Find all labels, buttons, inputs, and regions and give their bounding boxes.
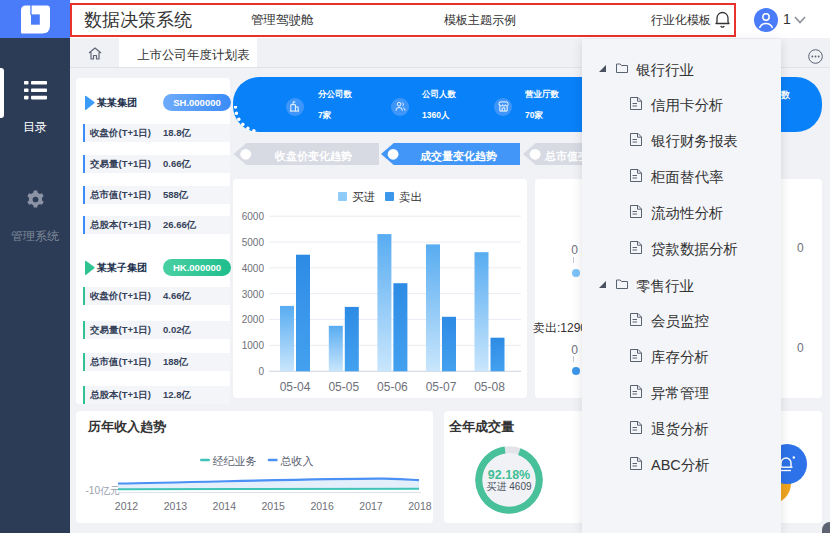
svg-text:05-06: 05-06: [377, 380, 408, 394]
svg-text:05-04: 05-04: [280, 380, 311, 394]
svg-text:-10亿元: -10亿元: [86, 485, 120, 496]
svg-text:05-08: 05-08: [474, 380, 505, 394]
svg-text:经纪业务: 经纪业务: [213, 455, 257, 467]
svg-text:05-07: 05-07: [426, 380, 457, 394]
svg-text:0: 0: [258, 366, 264, 377]
svg-text:2018: 2018: [408, 500, 432, 512]
svg-text:2015: 2015: [262, 500, 286, 512]
svg-text:2014: 2014: [213, 500, 237, 512]
svg-text:4000: 4000: [242, 263, 265, 274]
svg-text:5000: 5000: [242, 237, 265, 248]
svg-text:2017: 2017: [359, 500, 383, 512]
svg-text:1000: 1000: [242, 340, 265, 351]
svg-text:3000: 3000: [242, 289, 265, 300]
svg-text:05-05: 05-05: [328, 380, 359, 394]
svg-text:总收入: 总收入: [280, 455, 314, 467]
svg-text:2016: 2016: [310, 500, 334, 512]
svg-text:买进: 买进: [352, 191, 375, 203]
svg-text:买进 4609: 买进 4609: [486, 481, 531, 492]
svg-text:2012: 2012: [115, 500, 139, 512]
svg-text:卖出: 卖出: [399, 191, 422, 203]
svg-text:2013: 2013: [164, 500, 188, 512]
svg-text:2000: 2000: [242, 314, 265, 325]
svg-text:6000: 6000: [242, 211, 265, 222]
svg-text:92.18%: 92.18%: [488, 468, 530, 482]
